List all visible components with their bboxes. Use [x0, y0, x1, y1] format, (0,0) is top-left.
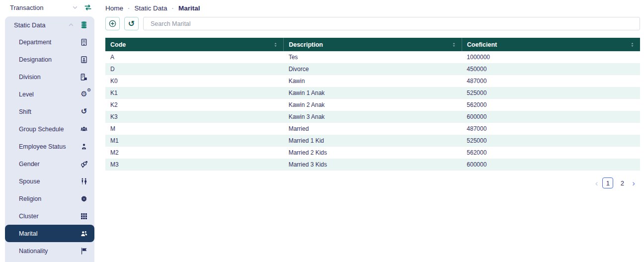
sidebar-item-label: Nationality: [19, 248, 80, 255]
sidebar-item-label: Division: [19, 74, 80, 81]
sidebar-item-static-data[interactable]: Static Data: [5, 16, 94, 33]
couple-icon: [80, 177, 88, 186]
breadcrumb-separator: ·: [172, 4, 174, 12]
people-icon: [80, 229, 88, 238]
column-label: Description: [289, 41, 451, 48]
cell-code: M3: [105, 159, 284, 171]
table-row[interactable]: M2Married 2 Kids562000: [105, 147, 640, 159]
undo-icon: ↺: [128, 20, 135, 28]
cell-coeficient: 525000: [462, 87, 640, 99]
table-row[interactable]: MMarried487000: [105, 123, 640, 135]
cell-description: Married 2 Kids: [284, 147, 462, 159]
sidebar-item-designation[interactable]: Designation: [5, 51, 94, 68]
office-icon: [80, 73, 88, 82]
users-group-icon: [80, 125, 88, 134]
table-row[interactable]: K2Kawin 2 Anak562000: [105, 99, 640, 111]
cell-coeficient: 1000000: [462, 51, 640, 63]
sidebar-item-label: Department: [19, 39, 80, 46]
column-header-coeficient[interactable]: Coeficient: [462, 38, 640, 51]
sidebar-item-marital[interactable]: Marital: [5, 225, 94, 242]
sidebar-item-religion[interactable]: Religion: [5, 190, 94, 207]
chevron-up-icon: [68, 21, 75, 28]
sidebar-group-static-data: Static Data DepartmentDesignationDivisio…: [5, 16, 94, 262]
sidebar-item-gender[interactable]: Gender: [5, 155, 94, 173]
table-row[interactable]: K3Kawin 3 Anak600000: [105, 111, 640, 123]
cell-description: Kawin: [284, 75, 462, 87]
cell-description: Kawin 2 Anak: [284, 99, 462, 111]
cell-coeficient: 562000: [462, 147, 640, 159]
sidebar-item-department[interactable]: Department: [5, 33, 94, 51]
sidebar-group-label: Static Data: [14, 21, 68, 29]
marital-table: CodeDescriptionCoeficient ATes1000000DDi…: [105, 38, 640, 171]
flag-icon: [80, 247, 88, 256]
table-row[interactable]: M3Married 3 Kids600000: [105, 159, 640, 171]
sidebar-item-nationality[interactable]: Nationality: [5, 242, 94, 260]
page-button-1[interactable]: 1: [602, 177, 613, 188]
page-number-list: 12: [602, 177, 628, 188]
grid-icon: [80, 212, 88, 221]
breadcrumb-item[interactable]: Home: [105, 4, 123, 12]
plus-circle-icon: [108, 19, 117, 28]
next-page-button[interactable]: ›: [631, 179, 636, 187]
page-button-2[interactable]: 2: [617, 177, 628, 188]
breadcrumb-item[interactable]: Static Data: [135, 4, 167, 12]
sort-icon[interactable]: [273, 41, 278, 48]
sidebar-item-label: Group Schedule: [19, 126, 80, 133]
sidebar-item-label: Shift: [19, 108, 80, 115]
cell-coeficient: 600000: [462, 111, 640, 123]
gender-icon: [80, 160, 88, 169]
cell-code: D: [105, 63, 284, 75]
sidebar-item-shift[interactable]: Shift↺: [5, 103, 94, 120]
sidebar-item-group-schedule[interactable]: Group Schedule: [5, 120, 94, 138]
column-label: Code: [110, 41, 273, 48]
cell-description: Married: [284, 123, 462, 135]
cell-code: K1: [105, 87, 284, 99]
add-button[interactable]: [105, 17, 120, 30]
sidebar-item-division[interactable]: Division: [5, 68, 94, 86]
sidebar-item-employee-status[interactable]: Employee Status: [5, 138, 94, 155]
sidebar-menu: DepartmentDesignationDivisionLevel⚙⚙Shif…: [5, 33, 94, 260]
database-icon: [80, 20, 88, 29]
sidebar-item-cluster[interactable]: Cluster: [5, 207, 94, 225]
search-input[interactable]: [143, 17, 640, 30]
sort-icon[interactable]: [630, 41, 635, 48]
cell-description: Married 3 Kids: [284, 159, 462, 171]
sidebar-item-label: Transaction: [10, 4, 72, 11]
star-seal-icon: [80, 194, 88, 203]
table-row[interactable]: K1Kawin 1 Anak525000: [105, 87, 640, 99]
column-header-description[interactable]: Description: [284, 38, 462, 51]
table-row[interactable]: DDivorce450000: [105, 63, 640, 75]
sidebar-item-label: Religion: [19, 195, 80, 202]
cell-description: Married 1 Kid: [284, 135, 462, 147]
column-header-code[interactable]: Code: [105, 38, 284, 51]
toolbar: ↺: [105, 17, 640, 30]
sort-icon[interactable]: [451, 41, 457, 48]
pagination: ‹ 12 ›: [105, 177, 640, 188]
table-header: CodeDescriptionCoeficient: [105, 38, 640, 51]
cell-code: M2: [105, 147, 284, 159]
cell-description: Tes: [284, 51, 462, 63]
column-label: Coeficient: [467, 41, 630, 48]
cell-coeficient: 487000: [462, 123, 640, 135]
sidebar: Transaction Static Data DepartmentDesign…: [0, 0, 99, 262]
sidebar-item-level[interactable]: Level⚙⚙: [5, 86, 94, 103]
building-icon: [80, 38, 88, 47]
sidebar-item-spouse[interactable]: Spouse: [5, 173, 94, 190]
cell-description: Kawin 3 Anak: [284, 111, 462, 123]
chevron-down-icon: [72, 4, 79, 11]
main-content: Home·Static Data·Marital ↺ CodeDescripti…: [105, 0, 640, 188]
cell-code: M1: [105, 135, 284, 147]
table-row[interactable]: M1Married 1 Kid525000: [105, 135, 640, 147]
table-row[interactable]: ATes1000000: [105, 51, 640, 63]
previous-page-button[interactable]: ‹: [594, 179, 599, 187]
sidebar-item-label: Gender: [19, 161, 80, 168]
cell-coeficient: 450000: [462, 63, 640, 75]
sidebar-item-transaction[interactable]: Transaction: [0, 0, 99, 15]
person-badge-icon: [80, 142, 88, 151]
cell-coeficient: 525000: [462, 135, 640, 147]
table-row[interactable]: K0Kawin487000: [105, 75, 640, 87]
cell-code: K2: [105, 99, 284, 111]
sidebar-item-label: Level: [19, 91, 80, 98]
refresh-button[interactable]: ↺: [124, 17, 139, 30]
cell-description: Kawin 1 Anak: [284, 87, 462, 99]
